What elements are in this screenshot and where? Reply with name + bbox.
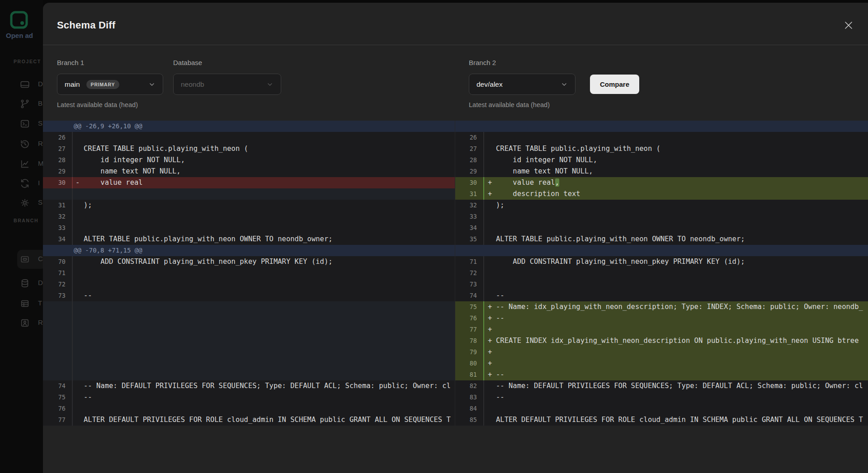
code-line: ADD CONSTRAINT playing_with_neon_pkey PR… [496, 256, 868, 267]
code-line: value real, [496, 177, 868, 188]
branch1-value: main [65, 80, 80, 89]
diff-row: 75-- [43, 392, 455, 403]
line-number: 35 [455, 234, 483, 245]
hunk-header: @@ -70,8 +71,15 @@ [43, 245, 142, 256]
code-line: -- [84, 392, 455, 403]
diff-marker: + [484, 313, 496, 324]
line-number: 30 [43, 177, 72, 188]
diff-marker [73, 155, 84, 166]
line-number: 72 [43, 279, 72, 290]
diff-row: 84 [455, 403, 868, 414]
code-line [84, 211, 455, 222]
line-number: 26 [455, 132, 483, 143]
code-line: ); [496, 200, 868, 211]
line-number: 26 [43, 132, 72, 143]
diff-row: 85ALTER DEFAULT PRIVILEGES FOR ROLE clou… [455, 414, 868, 426]
code-line: description text [496, 188, 868, 200]
code-line: id integer NOT NULL, [84, 155, 455, 166]
diff-marker [484, 143, 496, 155]
line-number: 85 [455, 414, 483, 426]
chevron-down-icon [266, 81, 274, 88]
code-line [496, 267, 868, 279]
diff-marker: + [484, 177, 496, 188]
branch2-select[interactable]: dev/alex [469, 74, 576, 95]
code-line: ALTER DEFAULT PRIVILEGES FOR ROLE cloud_… [496, 414, 868, 426]
diff-marker: + [484, 301, 496, 313]
compare-button[interactable]: Compare [590, 75, 639, 94]
diff-row: 27CREATE TABLE public.playing_with_neon … [43, 143, 455, 155]
diff-row: 28 id integer NOT NULL, [43, 155, 455, 166]
code-line [84, 132, 455, 143]
diff-marker [73, 380, 84, 392]
line-number: 74 [455, 290, 483, 301]
code-line: CREATE INDEX idx_playing_with_neon_descr… [496, 335, 868, 347]
code-line: ALTER TABLE public.playing_with_neon OWN… [84, 234, 455, 245]
code-line [496, 347, 868, 358]
diff-row: 26 [455, 132, 868, 143]
chevron-down-icon [148, 81, 156, 88]
diff-row [43, 313, 455, 324]
diff-row [43, 369, 455, 380]
diff-marker [484, 279, 496, 290]
diff-row: 74-- Name: DEFAULT PRIVILEGES FOR SEQUEN… [43, 380, 455, 392]
diff-marker: + [484, 347, 496, 358]
line-number: 32 [43, 211, 72, 222]
code-line: -- [496, 313, 868, 324]
line-number: 84 [455, 403, 483, 414]
line-number: 28 [43, 155, 72, 166]
diff-marker [484, 222, 496, 234]
diff-row: @@ -26,9 +26,10 @@ [43, 121, 455, 132]
line-number: 77 [455, 324, 483, 335]
diff-marker: + [484, 335, 496, 347]
branch2-hint: Latest available data (head) [469, 101, 576, 108]
line-number: 29 [455, 166, 483, 177]
diff-marker [484, 267, 496, 279]
diff-row: 31+ description text [455, 188, 868, 200]
branch1-select[interactable]: main PRIMARY [57, 74, 163, 95]
diff-row: 29 name text NOT NULL, [455, 166, 868, 177]
line-number: 82 [455, 380, 483, 392]
code-line: id integer NOT NULL, [496, 155, 868, 166]
line-number: 71 [455, 256, 483, 267]
diff-row: 79+ [455, 347, 868, 358]
line-number: 71 [43, 267, 72, 279]
line-number: 73 [455, 279, 483, 290]
diff-marker [484, 392, 496, 403]
code-line [496, 211, 868, 222]
hunk-header: @@ -26,9 +26,10 @@ [43, 121, 142, 132]
line-number: 32 [455, 200, 483, 211]
line-number: 31 [43, 200, 72, 211]
code-line: name text NOT NULL, [496, 166, 868, 177]
code-line [496, 403, 868, 414]
code-line: value real [84, 177, 455, 188]
diff-marker: + [484, 324, 496, 335]
hunk-header [455, 121, 486, 132]
code-line: CREATE TABLE public.playing_with_neon ( [84, 143, 455, 155]
code-line: -- [84, 290, 455, 301]
line-number: 31 [455, 188, 483, 200]
diff-row: 81+-- [455, 369, 868, 380]
code-line [496, 358, 868, 369]
diff-row [43, 347, 455, 358]
branch2-value: dev/alex [476, 80, 503, 89]
diff-row [43, 358, 455, 369]
diff-row: 29 name text NOT NULL, [43, 166, 455, 177]
schema-diff-modal: Schema Diff Branch 1 main PRIMARY Latest… [43, 3, 868, 473]
line-number: 28 [455, 155, 483, 166]
code-line: ALTER DEFAULT PRIVILEGES FOR ROLE cloud_… [84, 414, 455, 426]
line-number: 77 [43, 414, 72, 426]
diff-row: 71 [43, 267, 455, 279]
code-line [84, 279, 455, 290]
diff-marker [73, 279, 84, 290]
diff-row: @@ -70,8 +71,15 @@ [43, 245, 455, 256]
line-number: 73 [43, 290, 72, 301]
diff-marker [73, 267, 84, 279]
close-button[interactable] [842, 19, 855, 33]
database-select[interactable]: neondb [173, 74, 281, 95]
line-number: 33 [43, 222, 72, 234]
code-line: -- Name: DEFAULT PRIVILEGES FOR SEQUENCE… [84, 380, 455, 392]
diff-row: 77ALTER DEFAULT PRIVILEGES FOR ROLE clou… [43, 414, 455, 426]
diff-row: 75+-- Name: idx_playing_with_neon_descri… [455, 301, 868, 313]
diff-marker [484, 403, 496, 414]
diff-marker [484, 290, 496, 301]
